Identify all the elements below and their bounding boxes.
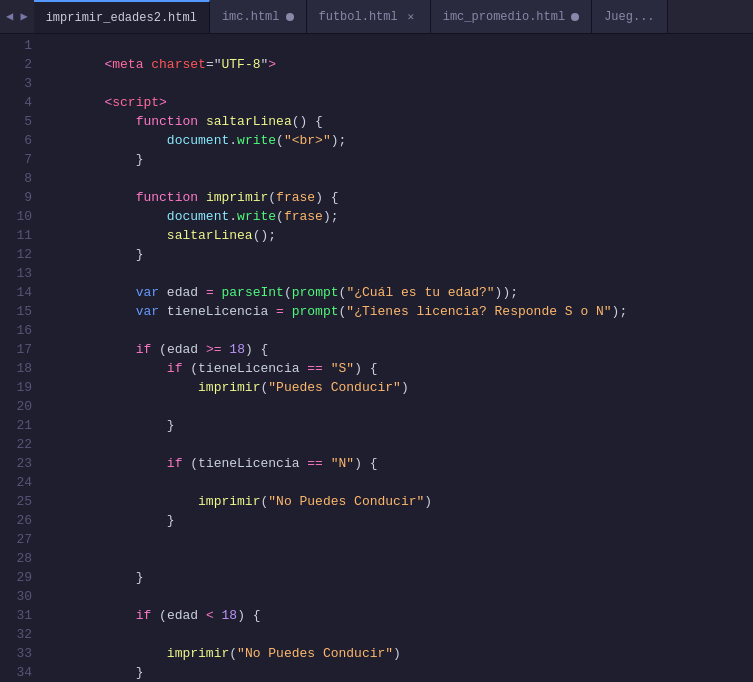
line-num-23: 23 [10,454,32,473]
code-line-22: if (tieneLicencia == "N") { [42,435,753,454]
code-line-7 [42,150,753,169]
tab-label: futbol.html [319,10,398,24]
code-content[interactable]: <meta charset="UTF-8"> <script> function… [42,34,753,682]
line-num-22: 22 [10,435,32,454]
code-line-32: imprimir("No Puedes Conducir") [42,625,753,644]
tab-label: Jueg... [604,10,654,24]
line-num-17: 17 [10,340,32,359]
nav-arrows[interactable]: ◀ ▶ [0,0,34,33]
editor-body: 1 2 3 4 5 6 7 8 9 10 11 12 13 14 15 16 1… [0,34,753,682]
line-num-9: 9 [10,188,32,207]
line-num-31: 31 [10,606,32,625]
line-num-2: 2 [10,55,32,74]
line-num-25: 25 [10,492,32,511]
line-num-28: 28 [10,549,32,568]
code-line-20: } [42,397,753,416]
code-line-24: imprimir("No Puedes Conducir") [42,473,753,492]
line-numbers: 1 2 3 4 5 6 7 8 9 10 11 12 13 14 15 16 1… [0,34,42,682]
line-num-27: 27 [10,530,32,549]
tab-bar: ◀ ▶ imprimir_edades2.html imc.html futbo… [0,0,753,34]
tab-imprimir-edades2[interactable]: imprimir_edades2.html [34,0,210,33]
line-num-16: 16 [10,321,32,340]
tab-label: imc_promedio.html [443,10,565,24]
line-num-6: 6 [10,131,32,150]
line-num-8: 8 [10,169,32,188]
tab-imc[interactable]: imc.html [210,0,307,33]
tab-futbol[interactable]: futbol.html ✕ [307,0,431,33]
line-num-10: 10 [10,207,32,226]
line-num-15: 15 [10,302,32,321]
line-num-32: 32 [10,625,32,644]
tab-modified-dot [571,13,579,21]
code-line-30: if (edad < 18) { [42,587,753,606]
code-line-13: var edad = parseInt(prompt("¿Cuál es tu … [42,264,753,283]
line-num-34: 34 [10,663,32,682]
code-line-34 [42,663,753,682]
code-line-27 [42,530,753,549]
line-num-11: 11 [10,226,32,245]
line-num-33: 33 [10,644,32,663]
line-num-30: 30 [10,587,32,606]
line-num-1: 1 [10,36,32,55]
tab-close-icon[interactable]: ✕ [404,10,418,24]
line-num-18: 18 [10,359,32,378]
line-num-26: 26 [10,511,32,530]
line-num-4: 4 [10,93,32,112]
line-num-19: 19 [10,378,32,397]
line-num-14: 14 [10,283,32,302]
code-line-29 [42,568,753,587]
tab-imc-promedio[interactable]: imc_promedio.html [431,0,592,33]
line-num-24: 24 [10,473,32,492]
line-num-20: 20 [10,397,32,416]
line-num-12: 12 [10,245,32,264]
tab-label: imc.html [222,10,280,24]
tab-label: imprimir_edades2.html [46,11,197,25]
tab-juego[interactable]: Jueg... [592,0,667,33]
line-num-3: 3 [10,74,32,93]
line-num-29: 29 [10,568,32,587]
code-line-1: <meta charset="UTF-8"> [42,36,753,55]
code-line-12 [42,245,753,264]
editor-container: ◀ ▶ imprimir_edades2.html imc.html futbo… [0,0,753,682]
line-num-21: 21 [10,416,32,435]
tab-modified-dot [286,13,294,21]
line-num-13: 13 [10,264,32,283]
code-line-16: if (edad >= 18) { [42,321,753,340]
code-line-28: } [42,549,753,568]
line-num-7: 7 [10,150,32,169]
code-line-3: <script> [42,74,753,93]
code-line-8: function imprimir(frase) { [42,169,753,188]
line-num-5: 5 [10,112,32,131]
